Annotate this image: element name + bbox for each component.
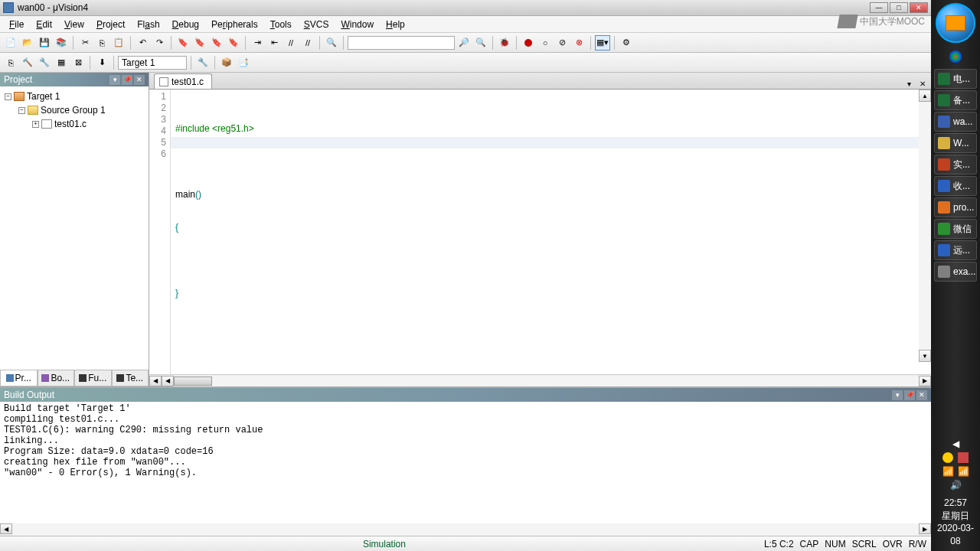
bookmark-prev-button[interactable] xyxy=(175,35,191,51)
redo-button[interactable] xyxy=(152,35,167,51)
clock[interactable]: 22:57 星期日 2020-03-08 xyxy=(934,497,977,548)
breakpoint-enable-button[interactable]: ○ xyxy=(537,35,553,51)
manage-components-button[interactable]: 📦 xyxy=(219,55,234,70)
menu-window[interactable]: Window xyxy=(335,18,380,31)
tab-project[interactable]: Pr... xyxy=(0,370,38,386)
bookmark-toggle-button[interactable] xyxy=(209,35,224,51)
start-button[interactable] xyxy=(936,3,975,43)
bookmark-clear-button[interactable] xyxy=(226,35,241,51)
breakpoint-insert-button[interactable] xyxy=(521,35,536,51)
debug-button[interactable] xyxy=(497,35,512,51)
expander-icon[interactable]: − xyxy=(5,93,11,100)
menu-help[interactable]: Help xyxy=(380,18,411,31)
menu-edit[interactable]: Edit xyxy=(30,18,58,31)
menu-debug[interactable]: Debug xyxy=(166,18,205,31)
taskbar-app-9[interactable]: exa... xyxy=(934,262,977,282)
build-dropdown-button[interactable]: ▾ xyxy=(892,390,903,400)
tray-icon-1[interactable] xyxy=(942,452,953,463)
open-button[interactable] xyxy=(20,35,35,51)
build-pin-button[interactable]: 📌 xyxy=(904,390,915,400)
chrome-shortcut[interactable] xyxy=(949,51,962,63)
tab-books[interactable]: Bo... xyxy=(38,370,75,386)
menu-tools[interactable]: Tools xyxy=(264,18,298,31)
tab-functions[interactable]: Fu... xyxy=(74,370,112,386)
editor-hscrollbar[interactable]: ◀ ◀ ▶ xyxy=(149,374,931,386)
menu-project[interactable]: Project xyxy=(90,18,131,31)
find-button[interactable] xyxy=(324,35,339,51)
cut-button[interactable] xyxy=(77,35,93,51)
target-combo[interactable]: Target 1 xyxy=(118,56,187,70)
rebuild-button[interactable] xyxy=(37,55,52,70)
target-options-button[interactable]: 🔧 xyxy=(195,55,211,70)
undo-button[interactable] xyxy=(135,35,150,51)
scroll-left-button[interactable]: ◀ xyxy=(149,376,162,386)
indent-button[interactable] xyxy=(250,35,265,51)
breakpoint-disable-button[interactable]: ⊘ xyxy=(554,35,570,51)
build-close-button[interactable]: ✕ xyxy=(916,390,927,400)
paste-button[interactable] xyxy=(111,35,126,51)
stop-build-button[interactable]: ⊠ xyxy=(70,55,86,70)
menu-svcs[interactable]: SVCS xyxy=(298,18,335,31)
taskbar-app-8[interactable]: 远... xyxy=(934,240,977,260)
maximize-button[interactable]: □ xyxy=(890,2,908,13)
panel-dropdown-button[interactable]: ▾ xyxy=(109,75,120,85)
panel-pin-button[interactable]: 📌 xyxy=(122,75,132,85)
taskbar-app-6[interactable]: pro... xyxy=(934,197,977,217)
download-button[interactable] xyxy=(94,55,109,70)
editor-tab-test01[interactable]: test01.c xyxy=(154,73,212,89)
comment-button[interactable]: // xyxy=(283,35,299,51)
volume-icon[interactable]: 🔊 xyxy=(950,480,961,491)
minimize-button[interactable]: — xyxy=(870,2,888,13)
tab-list-button[interactable]: ▾ xyxy=(903,78,914,89)
tab-templates[interactable]: Te... xyxy=(112,370,149,386)
scroll-left2-button[interactable]: ◀ xyxy=(162,376,174,386)
menu-flash[interactable]: Flash xyxy=(131,18,165,31)
tray-expand-button[interactable]: ◀ xyxy=(952,439,959,449)
uncomment-button[interactable]: // xyxy=(300,35,315,51)
configure-button[interactable] xyxy=(619,35,634,51)
menu-view[interactable]: View xyxy=(58,18,90,31)
tree-group-node[interactable]: − Source Group 1 xyxy=(2,103,147,117)
scroll-thumb[interactable] xyxy=(174,377,212,386)
taskbar-app-5[interactable]: 收... xyxy=(934,176,977,196)
translate-button[interactable]: ⎘ xyxy=(3,55,18,70)
code-content[interactable]: #include <reg51.h> main() { } xyxy=(171,90,931,374)
panel-close-button[interactable]: ✕ xyxy=(134,75,145,85)
tree-file-node[interactable]: + test01.c xyxy=(2,117,147,131)
build-output-text[interactable]: Build target 'Target 1' compiling test01… xyxy=(0,402,931,523)
menu-peripherals[interactable]: Peripherals xyxy=(205,18,264,31)
copy-button[interactable] xyxy=(94,35,109,51)
manage-rte-button[interactable]: 📑 xyxy=(236,55,251,70)
batch-build-button[interactable]: ▦ xyxy=(54,55,69,70)
save-button[interactable] xyxy=(37,35,52,51)
incremental-find-button[interactable]: 🔍 xyxy=(473,35,488,51)
find-in-files-button[interactable]: 🔎 xyxy=(456,35,472,51)
taskbar-app-0[interactable]: 电... xyxy=(934,69,977,89)
network-icon[interactable]: 📶 xyxy=(958,466,969,477)
expander-icon[interactable]: − xyxy=(18,107,25,114)
taskbar-app-7[interactable]: 微信 xyxy=(934,219,977,239)
build-button[interactable] xyxy=(20,55,35,70)
project-tree[interactable]: − Target 1 − Source Group 1 + test01.c xyxy=(0,86,149,370)
menu-file[interactable]: File xyxy=(3,18,30,31)
bookmark-next-button[interactable] xyxy=(192,35,207,51)
scroll-down-button[interactable]: ▼ xyxy=(919,350,931,362)
taskbar-app-2[interactable]: wa... xyxy=(934,112,977,132)
close-button[interactable]: ✕ xyxy=(910,2,928,13)
tree-target-node[interactable]: − Target 1 xyxy=(2,90,147,103)
tray-icon-2[interactable] xyxy=(958,452,969,463)
build-hscrollbar[interactable]: ◀ ▶ xyxy=(0,523,931,536)
scroll-up-button[interactable]: ▲ xyxy=(919,90,931,102)
expander-icon[interactable]: + xyxy=(32,121,39,128)
breakpoint-kill-button[interactable]: ⊗ xyxy=(571,35,586,51)
taskbar-app-3[interactable]: W... xyxy=(934,133,977,153)
tab-close-button[interactable]: ✕ xyxy=(917,78,928,89)
tray-icon-3[interactable]: 📶 xyxy=(942,466,953,477)
taskbar-app-1[interactable]: 备... xyxy=(934,90,977,110)
new-button[interactable] xyxy=(3,35,18,51)
find-combo[interactable] xyxy=(348,36,455,50)
save-all-button[interactable] xyxy=(54,35,69,51)
code-editor[interactable]: 1 2 3 4 5 6 #include <reg51.h> main() { xyxy=(149,90,931,374)
taskbar-app-4[interactable]: 实... xyxy=(934,155,977,174)
scroll-right-button[interactable]: ▶ xyxy=(919,376,931,386)
